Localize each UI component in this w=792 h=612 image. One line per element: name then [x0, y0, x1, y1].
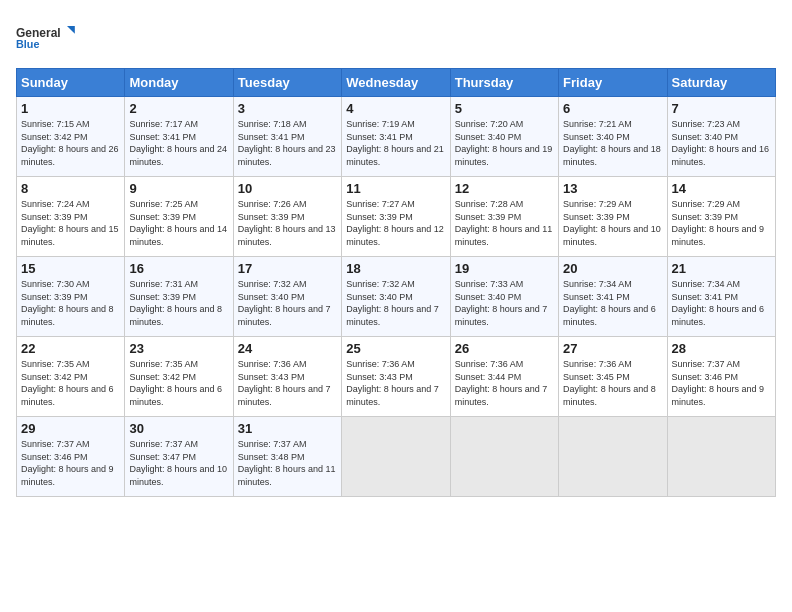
day-number: 1: [21, 101, 120, 116]
day-number: 3: [238, 101, 337, 116]
calendar-header-row: SundayMondayTuesdayWednesdayThursdayFrid…: [17, 69, 776, 97]
cell-info: Sunrise: 7:19 AMSunset: 3:41 PMDaylight:…: [346, 119, 444, 167]
day-number: 17: [238, 261, 337, 276]
calendar-cell: 22 Sunrise: 7:35 AMSunset: 3:42 PMDaylig…: [17, 337, 125, 417]
day-number: 26: [455, 341, 554, 356]
cell-info: Sunrise: 7:29 AMSunset: 3:39 PMDaylight:…: [672, 199, 765, 247]
cell-info: Sunrise: 7:17 AMSunset: 3:41 PMDaylight:…: [129, 119, 227, 167]
calendar-cell: 14 Sunrise: 7:29 AMSunset: 3:39 PMDaylig…: [667, 177, 775, 257]
col-header-saturday: Saturday: [667, 69, 775, 97]
day-number: 16: [129, 261, 228, 276]
calendar-cell: 15 Sunrise: 7:30 AMSunset: 3:39 PMDaylig…: [17, 257, 125, 337]
col-header-sunday: Sunday: [17, 69, 125, 97]
cell-info: Sunrise: 7:33 AMSunset: 3:40 PMDaylight:…: [455, 279, 548, 327]
calendar-cell: 9 Sunrise: 7:25 AMSunset: 3:39 PMDayligh…: [125, 177, 233, 257]
cell-info: Sunrise: 7:23 AMSunset: 3:40 PMDaylight:…: [672, 119, 770, 167]
day-number: 30: [129, 421, 228, 436]
day-number: 12: [455, 181, 554, 196]
calendar-cell: 6 Sunrise: 7:21 AMSunset: 3:40 PMDayligh…: [559, 97, 667, 177]
cell-info: Sunrise: 7:36 AMSunset: 3:43 PMDaylight:…: [238, 359, 331, 407]
day-number: 21: [672, 261, 771, 276]
calendar-cell: 28 Sunrise: 7:37 AMSunset: 3:46 PMDaylig…: [667, 337, 775, 417]
col-header-friday: Friday: [559, 69, 667, 97]
calendar-cell: [559, 417, 667, 497]
day-number: 6: [563, 101, 662, 116]
calendar-cell: 13 Sunrise: 7:29 AMSunset: 3:39 PMDaylig…: [559, 177, 667, 257]
svg-marker-1: [67, 26, 75, 34]
calendar-cell: 21 Sunrise: 7:34 AMSunset: 3:41 PMDaylig…: [667, 257, 775, 337]
day-number: 4: [346, 101, 445, 116]
col-header-thursday: Thursday: [450, 69, 558, 97]
calendar-week-4: 22 Sunrise: 7:35 AMSunset: 3:42 PMDaylig…: [17, 337, 776, 417]
day-number: 5: [455, 101, 554, 116]
day-number: 8: [21, 181, 120, 196]
cell-info: Sunrise: 7:36 AMSunset: 3:45 PMDaylight:…: [563, 359, 656, 407]
cell-info: Sunrise: 7:32 AMSunset: 3:40 PMDaylight:…: [346, 279, 439, 327]
calendar-cell: 25 Sunrise: 7:36 AMSunset: 3:43 PMDaylig…: [342, 337, 450, 417]
svg-text:Blue: Blue: [16, 38, 39, 50]
day-number: 9: [129, 181, 228, 196]
day-number: 19: [455, 261, 554, 276]
day-number: 15: [21, 261, 120, 276]
cell-info: Sunrise: 7:31 AMSunset: 3:39 PMDaylight:…: [129, 279, 222, 327]
day-number: 24: [238, 341, 337, 356]
cell-info: Sunrise: 7:24 AMSunset: 3:39 PMDaylight:…: [21, 199, 119, 247]
calendar-cell: 11 Sunrise: 7:27 AMSunset: 3:39 PMDaylig…: [342, 177, 450, 257]
calendar-cell: 30 Sunrise: 7:37 AMSunset: 3:47 PMDaylig…: [125, 417, 233, 497]
cell-info: Sunrise: 7:30 AMSunset: 3:39 PMDaylight:…: [21, 279, 114, 327]
calendar-cell: 10 Sunrise: 7:26 AMSunset: 3:39 PMDaylig…: [233, 177, 341, 257]
cell-info: Sunrise: 7:37 AMSunset: 3:46 PMDaylight:…: [672, 359, 765, 407]
logo: General Blue: [16, 16, 76, 60]
day-number: 31: [238, 421, 337, 436]
calendar-cell: 8 Sunrise: 7:24 AMSunset: 3:39 PMDayligh…: [17, 177, 125, 257]
calendar-cell: 23 Sunrise: 7:35 AMSunset: 3:42 PMDaylig…: [125, 337, 233, 417]
col-header-monday: Monday: [125, 69, 233, 97]
day-number: 20: [563, 261, 662, 276]
cell-info: Sunrise: 7:27 AMSunset: 3:39 PMDaylight:…: [346, 199, 444, 247]
cell-info: Sunrise: 7:25 AMSunset: 3:39 PMDaylight:…: [129, 199, 227, 247]
cell-info: Sunrise: 7:29 AMSunset: 3:39 PMDaylight:…: [563, 199, 661, 247]
cell-info: Sunrise: 7:36 AMSunset: 3:44 PMDaylight:…: [455, 359, 548, 407]
calendar-cell: 20 Sunrise: 7:34 AMSunset: 3:41 PMDaylig…: [559, 257, 667, 337]
day-number: 7: [672, 101, 771, 116]
day-number: 2: [129, 101, 228, 116]
cell-info: Sunrise: 7:35 AMSunset: 3:42 PMDaylight:…: [129, 359, 222, 407]
calendar-cell: 3 Sunrise: 7:18 AMSunset: 3:41 PMDayligh…: [233, 97, 341, 177]
day-number: 22: [21, 341, 120, 356]
day-number: 29: [21, 421, 120, 436]
col-header-wednesday: Wednesday: [342, 69, 450, 97]
calendar-week-2: 8 Sunrise: 7:24 AMSunset: 3:39 PMDayligh…: [17, 177, 776, 257]
cell-info: Sunrise: 7:26 AMSunset: 3:39 PMDaylight:…: [238, 199, 336, 247]
calendar-week-1: 1 Sunrise: 7:15 AMSunset: 3:42 PMDayligh…: [17, 97, 776, 177]
calendar-cell: 19 Sunrise: 7:33 AMSunset: 3:40 PMDaylig…: [450, 257, 558, 337]
cell-info: Sunrise: 7:28 AMSunset: 3:39 PMDaylight:…: [455, 199, 553, 247]
calendar-cell: 17 Sunrise: 7:32 AMSunset: 3:40 PMDaylig…: [233, 257, 341, 337]
cell-info: Sunrise: 7:32 AMSunset: 3:40 PMDaylight:…: [238, 279, 331, 327]
calendar-cell: 12 Sunrise: 7:28 AMSunset: 3:39 PMDaylig…: [450, 177, 558, 257]
calendar-cell: [667, 417, 775, 497]
day-number: 13: [563, 181, 662, 196]
day-number: 18: [346, 261, 445, 276]
day-number: 11: [346, 181, 445, 196]
calendar-cell: [342, 417, 450, 497]
day-number: 23: [129, 341, 228, 356]
calendar-cell: [450, 417, 558, 497]
calendar-cell: 31 Sunrise: 7:37 AMSunset: 3:48 PMDaylig…: [233, 417, 341, 497]
calendar-week-3: 15 Sunrise: 7:30 AMSunset: 3:39 PMDaylig…: [17, 257, 776, 337]
calendar-cell: 4 Sunrise: 7:19 AMSunset: 3:41 PMDayligh…: [342, 97, 450, 177]
cell-info: Sunrise: 7:20 AMSunset: 3:40 PMDaylight:…: [455, 119, 553, 167]
cell-info: Sunrise: 7:34 AMSunset: 3:41 PMDaylight:…: [672, 279, 765, 327]
calendar-cell: 7 Sunrise: 7:23 AMSunset: 3:40 PMDayligh…: [667, 97, 775, 177]
calendar-cell: 26 Sunrise: 7:36 AMSunset: 3:44 PMDaylig…: [450, 337, 558, 417]
calendar-cell: 27 Sunrise: 7:36 AMSunset: 3:45 PMDaylig…: [559, 337, 667, 417]
cell-info: Sunrise: 7:21 AMSunset: 3:40 PMDaylight:…: [563, 119, 661, 167]
calendar-cell: 18 Sunrise: 7:32 AMSunset: 3:40 PMDaylig…: [342, 257, 450, 337]
cell-info: Sunrise: 7:37 AMSunset: 3:48 PMDaylight:…: [238, 439, 336, 487]
cell-info: Sunrise: 7:37 AMSunset: 3:46 PMDaylight:…: [21, 439, 114, 487]
calendar-cell: 1 Sunrise: 7:15 AMSunset: 3:42 PMDayligh…: [17, 97, 125, 177]
cell-info: Sunrise: 7:34 AMSunset: 3:41 PMDaylight:…: [563, 279, 656, 327]
day-number: 14: [672, 181, 771, 196]
day-number: 10: [238, 181, 337, 196]
calendar-cell: 16 Sunrise: 7:31 AMSunset: 3:39 PMDaylig…: [125, 257, 233, 337]
cell-info: Sunrise: 7:36 AMSunset: 3:43 PMDaylight:…: [346, 359, 439, 407]
